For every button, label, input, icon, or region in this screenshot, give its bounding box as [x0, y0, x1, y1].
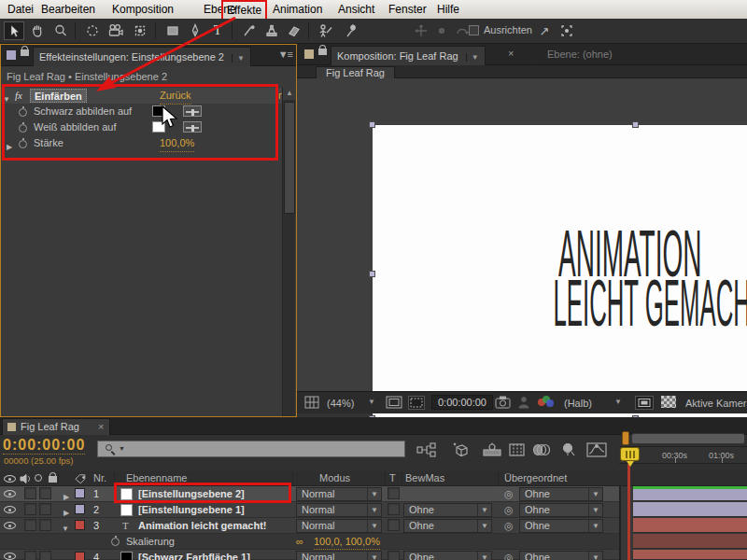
safe-margins-icon[interactable]	[386, 396, 402, 411]
playhead-line[interactable]	[627, 464, 630, 560]
show-snapshot-icon[interactable]	[517, 396, 530, 411]
comp-marker-flag[interactable]	[622, 431, 629, 445]
t-toggle[interactable]	[388, 551, 400, 560]
work-area-bar[interactable]	[631, 433, 745, 444]
t-toggle[interactable]	[388, 487, 400, 499]
comp-viewer-tab[interactable]: Fig Leaf Rag	[316, 66, 395, 79]
scale-property-row[interactable]: Skalierung ∞ 100,0, 100,0%	[0, 534, 619, 550]
resolution-dropdown-icon[interactable]: ▼	[614, 398, 622, 406]
layer-bars-area[interactable]	[619, 486, 747, 560]
pickwhip-icon[interactable]: ◎	[504, 518, 514, 533]
unlock-icon[interactable]	[318, 49, 327, 55]
stopwatch-icon[interactable]	[19, 124, 27, 133]
effect-panel-tab[interactable]: Effekteinstellungen: Einstellungsebene 2…	[33, 47, 251, 66]
menu-bearbeiten[interactable]: Bearbeiten	[37, 2, 99, 17]
layer-tab[interactable]: Ebene: (ohne)	[547, 49, 613, 60]
layer-bar-2[interactable]	[633, 502, 747, 517]
scrollbar-thumb[interactable]	[284, 102, 295, 214]
resolution-value[interactable]: (Halb)	[564, 398, 592, 409]
menu-fenster[interactable]: Fenster	[385, 2, 430, 17]
channel-rgb-icon[interactable]	[538, 396, 555, 409]
stopwatch-icon[interactable]	[19, 108, 27, 117]
visibility-eye-icon[interactable]	[4, 506, 16, 513]
blend-mode-dropdown[interactable]: Normal▼	[296, 519, 382, 533]
solo-toggle[interactable]	[39, 487, 51, 499]
brush-tool-icon[interactable]	[239, 21, 260, 40]
menu-komposition[interactable]: Komposition	[108, 2, 177, 17]
snapshot-camera-icon[interactable]	[495, 396, 511, 411]
search-region-icon[interactable]	[557, 21, 577, 40]
solo-toggle[interactable]	[39, 519, 51, 531]
layer-handle-top-center[interactable]	[632, 121, 639, 128]
timeline-tab[interactable]: Fig Leaf Rag ×	[2, 418, 110, 435]
audio-toggle[interactable]	[24, 519, 36, 531]
menu-hilfe[interactable]: Hilfe	[433, 2, 463, 17]
composition-viewer[interactable]: ANIMATION LEICHT GEMACHT!	[297, 78, 747, 391]
menu-datei[interactable]: Datei	[4, 2, 37, 17]
scroll-up-icon[interactable]: ▲	[283, 87, 296, 100]
comp-flowchart-icon[interactable]	[415, 440, 439, 460]
timeline-search-input[interactable]: ▼	[97, 441, 405, 457]
stopwatch-icon[interactable]	[111, 538, 120, 546]
effect-panel-scrollbar[interactable]: ▲	[282, 87, 295, 416]
tab-close-icon[interactable]: ×	[98, 419, 104, 435]
layer-bar-3[interactable]	[633, 518, 747, 533]
pickwhip-icon[interactable]: ◎	[504, 502, 514, 517]
effect-name[interactable]: Einfärben	[30, 89, 87, 103]
label-color-chip[interactable]	[75, 520, 85, 530]
pickwhip-icon[interactable]: ◎	[504, 486, 514, 501]
label-color-chip[interactable]	[75, 488, 85, 498]
label-color-chip[interactable]	[75, 552, 85, 560]
layer-name[interactable]: Animation leicht gemacht!	[138, 518, 267, 533]
camera-tool-icon[interactable]	[106, 21, 126, 40]
grid-options-icon[interactable]	[304, 396, 319, 411]
current-time-indicator[interactable]	[620, 447, 640, 461]
eyedropper-slider-icon[interactable]	[183, 121, 202, 133]
effect-header-row[interactable]: ▼ fx Einfärben Zurück Inf	[1, 88, 283, 104]
align-checkbox[interactable]	[469, 25, 479, 35]
effect-reset-link[interactable]: Zurück	[160, 88, 191, 105]
viewer-timecode[interactable]: 0:00:00:00	[431, 395, 493, 410]
pen-tool-icon[interactable]	[185, 21, 205, 40]
t-toggle[interactable]	[388, 519, 400, 531]
solo-toggle[interactable]	[39, 503, 51, 515]
rotation-tool-icon[interactable]	[82, 21, 103, 40]
layer-row-4[interactable]: 4 [Schwarz Farbfläche 1] Normal▼ Ohne▼ ◎…	[0, 550, 619, 560]
blend-mode-dropdown[interactable]: Normal▼	[296, 551, 382, 560]
layer-bar-4[interactable]	[633, 550, 747, 560]
parent-dropdown[interactable]: Ohne▼	[519, 519, 603, 533]
panel-menu-icon[interactable]: ▼≡	[278, 49, 292, 60]
pan-behind-tool-icon[interactable]	[130, 21, 150, 40]
parent-dropdown[interactable]: Ohne▼	[519, 503, 603, 517]
eraser-tool-icon[interactable]	[284, 21, 304, 40]
workspace-arrow-icon[interactable]: ↗	[534, 21, 555, 40]
film-strip-icon[interactable]	[505, 440, 529, 460]
unlock-icon[interactable]	[21, 49, 29, 56]
menu-effekte[interactable]: Effekte	[221, 0, 267, 21]
target-region-icon[interactable]	[635, 396, 654, 410]
visibility-eye-icon[interactable]	[4, 490, 16, 497]
layer-name[interactable]: [Einstellungsebene 2]	[138, 486, 245, 501]
layer-row-1[interactable]: ▶ 1 [Einstellungsebene 2] Normal▼ ◎ Ohne…	[0, 486, 619, 502]
blend-mode-dropdown[interactable]: Normal▼	[296, 487, 382, 501]
solo-toggle[interactable]	[39, 551, 51, 560]
visibility-eye-icon[interactable]	[4, 522, 16, 529]
eyedropper-slider-icon[interactable]	[183, 105, 202, 117]
tab-close-icon[interactable]: ×	[508, 48, 514, 59]
link-dimensions-icon[interactable]: ∞	[296, 534, 303, 549]
puppet-pin-tool-icon[interactable]	[341, 21, 361, 40]
property-name[interactable]: Skalierung	[126, 534, 175, 549]
zoom-dropdown-icon[interactable]: ▼	[368, 398, 375, 406]
roto-brush-tool-icon[interactable]	[316, 21, 336, 40]
type-tool-icon[interactable]: T	[207, 21, 228, 40]
zoom-tool-icon[interactable]	[50, 21, 71, 40]
scale-value[interactable]: 100,0, 100,0%	[314, 534, 380, 550]
timeline-timecode[interactable]: 0:00:00:00	[3, 437, 85, 455]
visibility-eye-icon[interactable]	[4, 553, 16, 560]
property-bar[interactable]	[633, 534, 747, 549]
menu-ansicht[interactable]: Ansicht	[334, 2, 378, 17]
motion-blur-icon[interactable]	[529, 440, 553, 460]
layer-row-3[interactable]: ▼ 3 T Animation leicht gemacht! Normal▼ …	[0, 518, 619, 534]
audio-toggle[interactable]	[24, 551, 36, 560]
camera-view-value[interactable]: Aktive Kamera	[685, 398, 747, 409]
